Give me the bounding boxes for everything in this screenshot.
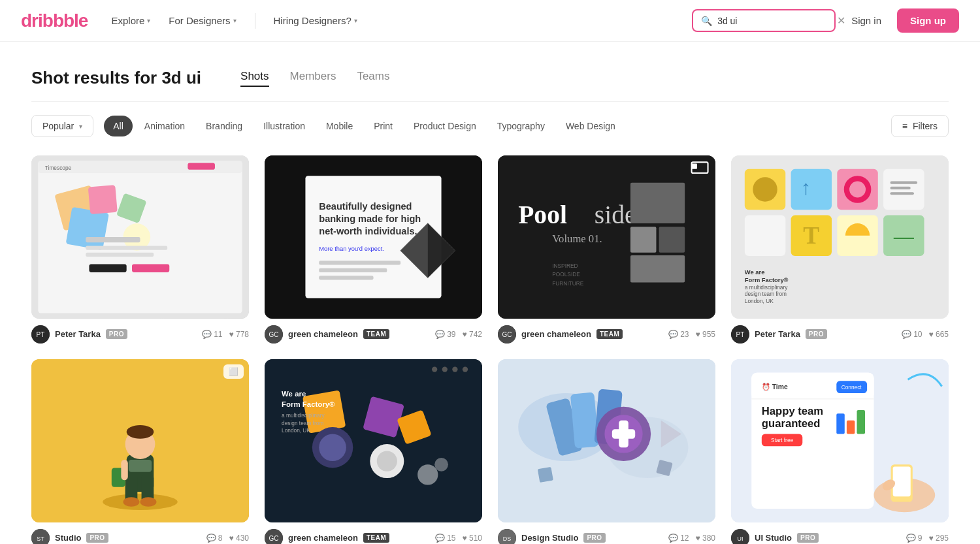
explore-chevron-icon: ▾ [147, 17, 150, 24]
avatar: GC [265, 529, 283, 545]
svg-rect-126 [751, 398, 874, 399]
cat-product-design[interactable]: Product Design [404, 116, 485, 136]
shot-card[interactable]: ⏰ Time Connect Happy team guaranteed Sta… [731, 359, 949, 544]
cat-illustration[interactable]: Illustration [254, 116, 314, 136]
svg-point-85 [432, 366, 437, 372]
cat-branding[interactable]: Branding [197, 116, 252, 136]
svg-text:—: — [894, 225, 915, 248]
svg-rect-7 [88, 185, 118, 214]
shot-stats: 💬 11 ♥ 778 [202, 330, 249, 339]
svg-text:INSPIRED: INSPIRED [552, 263, 578, 269]
pro-badge: PRO [86, 533, 108, 543]
svg-rect-109 [570, 392, 599, 448]
svg-rect-49 [791, 169, 832, 210]
comment-count: 💬 39 [435, 330, 456, 339]
comment-count: 💬 15 [435, 534, 456, 543]
cat-mobile[interactable]: Mobile [317, 116, 362, 136]
nav-right: 🔍 ✕ Sign in Sign up [692, 8, 959, 33]
comment-count: 💬 9 [906, 534, 923, 543]
shot-card[interactable]: ⬜ [31, 359, 249, 544]
svg-rect-132 [847, 420, 855, 434]
svg-rect-117 [538, 467, 553, 483]
filters-button[interactable]: ≡ Filters [891, 115, 949, 137]
svg-rect-37 [630, 183, 685, 223]
svg-text:net-worth individuals.: net-worth individuals. [319, 226, 417, 236]
shot-stats: 💬 39 ♥ 742 [435, 330, 482, 339]
explore-nav[interactable]: Explore ▾ [103, 11, 158, 30]
shot-author-name: Studio [55, 533, 81, 543]
like-count: ♥ 778 [229, 330, 249, 339]
avatar: ST [31, 529, 50, 545]
signup-button[interactable]: Sign up [897, 8, 959, 33]
like-count: ♥ 295 [929, 534, 949, 543]
search-input[interactable] [717, 16, 832, 26]
svg-rect-13 [89, 264, 126, 272]
avatar: UI [731, 529, 749, 545]
svg-text:a multidisciplinary: a multidisciplinary [282, 412, 325, 419]
svg-rect-23 [319, 261, 400, 264]
svg-rect-114 [612, 429, 635, 439]
svg-rect-77 [129, 460, 152, 472]
avatar: GC [498, 325, 516, 344]
shot-author-name: UI Studio [755, 533, 792, 543]
shot-card[interactable]: We are Form Factory® a multidisciplinary… [265, 359, 482, 544]
svg-text:London, UK: London, UK [745, 298, 774, 304]
avatar: DS [498, 529, 516, 545]
shot-meta: GC green chameleon TEAM 💬 39 ♥ 742 [265, 325, 482, 344]
cat-typography[interactable]: Typography [488, 116, 554, 136]
team-badge: TEAM [363, 329, 389, 339]
svg-point-79 [127, 425, 154, 439]
svg-point-48 [753, 177, 777, 201]
svg-text:FURNITURE: FURNITURE [552, 280, 583, 287]
svg-point-87 [452, 366, 457, 372]
comment-count: 💬 11 [202, 330, 223, 339]
cat-animation[interactable]: Animation [135, 116, 194, 136]
shot-card[interactable]: ↑ T — We are Form Factor [731, 155, 949, 344]
hiring-nav[interactable]: Hiring Designers? ▾ [266, 11, 365, 30]
shot-meta: PT Peter Tarka PRO 💬 11 ♥ 778 [31, 325, 249, 344]
shot-card[interactable]: Pool sides Volume 01. INSPIRED POOLSIDE … [498, 155, 715, 344]
for-designers-chevron-icon: ▾ [233, 17, 237, 24]
shot-card[interactable]: DS Design Studio PRO 💬 12 ♥ 380 [498, 359, 715, 544]
signin-button[interactable]: Sign in [843, 11, 889, 30]
shot-meta: PT Peter Tarka PRO 💬 10 ♥ 665 [731, 325, 949, 344]
svg-text:design team from: design team from [282, 420, 323, 426]
pro-badge: PRO [797, 533, 819, 543]
shot-card[interactable]: Beautifully designed banking made for hi… [265, 155, 482, 344]
svg-rect-57 [745, 216, 785, 256]
shot-author-name: green chameleon [288, 533, 358, 543]
svg-text:DS: DS [503, 536, 512, 542]
tab-members[interactable]: Members [290, 70, 336, 87]
cat-all[interactable]: All [104, 116, 133, 136]
svg-rect-39 [659, 227, 685, 253]
svg-text:We are: We are [282, 390, 306, 398]
svg-rect-60 [837, 216, 877, 256]
for-designers-nav[interactable]: For Designers ▾ [161, 11, 244, 30]
svg-text:We are: We are [745, 269, 765, 276]
svg-text:guaranteed: guaranteed [762, 417, 821, 430]
svg-rect-131 [836, 413, 844, 434]
dribbble-logo[interactable]: dribbble [21, 10, 88, 31]
pro-badge: PRO [583, 533, 605, 543]
svg-text:POOLSIDE: POOLSIDE [552, 271, 580, 278]
svg-text:a multidisciplinary: a multidisciplinary [745, 284, 788, 291]
tab-teams[interactable]: Teams [357, 70, 389, 87]
svg-text:Form Factory®: Form Factory® [745, 277, 789, 283]
shot-stats: 💬 10 ♥ 665 [902, 330, 949, 339]
shot-author-name: Design Studio [521, 533, 578, 543]
svg-rect-12 [86, 253, 154, 257]
sort-popular-button[interactable]: Popular ▾ [31, 115, 93, 137]
shot-card[interactable]: Timescope PT Peter Tarka PRO [31, 155, 249, 344]
svg-point-91 [319, 434, 346, 461]
cat-print[interactable]: Print [365, 116, 402, 136]
cat-web-design[interactable]: Web Design [557, 116, 625, 136]
tab-shots[interactable]: Shots [240, 70, 269, 87]
shot-video-icon: ⬜ [223, 364, 244, 379]
svg-rect-133 [857, 410, 865, 434]
svg-rect-11 [86, 246, 167, 249]
search-icon: 🔍 [701, 16, 712, 26]
filter-bar: Popular ▾ All Animation Branding Illustr… [0, 102, 980, 150]
pro-badge: PRO [806, 329, 827, 339]
shot-meta: GC green chameleon TEAM 💬 15 ♥ 510 [265, 529, 482, 545]
svg-point-94 [377, 451, 397, 471]
